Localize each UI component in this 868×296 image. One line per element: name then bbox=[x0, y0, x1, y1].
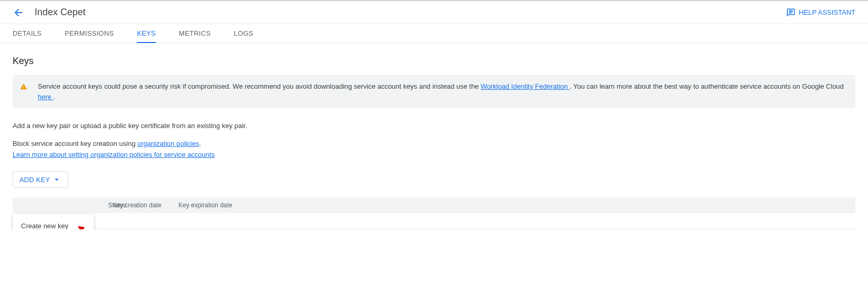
desc-text: Add a new key pair or upload a public ke… bbox=[13, 121, 855, 131]
block-suffix: . bbox=[199, 140, 202, 147]
keys-table-header: Status Key creation date Key expiration … bbox=[13, 197, 855, 213]
header-bar: Index Cepet HELP ASSISTANT bbox=[0, 1, 868, 24]
add-key-dropdown: Create new key Upload existing key bbox=[13, 214, 94, 229]
chat-icon bbox=[786, 8, 796, 17]
tab-metrics[interactable]: METRICS bbox=[179, 24, 211, 43]
warning-text-2: . You can learn more about the best way … bbox=[569, 82, 844, 90]
help-assistant-button[interactable]: HELP ASSISTANT bbox=[786, 8, 855, 17]
tab-permissions[interactable]: PERMISSIONS bbox=[65, 24, 114, 43]
col-expires: Key expiration date bbox=[178, 202, 268, 209]
add-key-button[interactable]: ADD KEY bbox=[13, 171, 68, 188]
col-status: Status bbox=[18, 202, 112, 209]
tab-logs[interactable]: LOGS bbox=[234, 24, 253, 43]
menu-create-new-key[interactable]: Create new key bbox=[13, 218, 94, 229]
link-workload-identity[interactable]: Workload Identity Federation bbox=[481, 82, 570, 90]
tab-keys[interactable]: KEYS bbox=[137, 24, 156, 43]
chevron-down-icon bbox=[52, 175, 61, 184]
content-area: Keys Service account keys could pose a s… bbox=[0, 43, 868, 229]
warning-text-3: . bbox=[54, 93, 56, 101]
warning-text-1: Service account keys could pose a securi… bbox=[38, 82, 481, 90]
add-key-label: ADD KEY bbox=[19, 176, 50, 184]
block-text-line: Block service account key creation using… bbox=[13, 139, 855, 149]
tab-details[interactable]: DETAILS bbox=[13, 24, 41, 43]
page-title: Index Cepet bbox=[35, 7, 86, 18]
warning-text: Service account keys could pose a securi… bbox=[38, 81, 848, 102]
col-created: Key creation date bbox=[112, 202, 178, 209]
link-learn-more-org-policies[interactable]: Learn more about setting organization po… bbox=[13, 151, 855, 158]
link-org-policies[interactable]: organization policies bbox=[137, 140, 199, 147]
table-divider bbox=[13, 229, 855, 229]
tabs-bar: DETAILS PERMISSIONS KEYS METRICS LOGS bbox=[0, 24, 868, 43]
warning-icon bbox=[20, 83, 27, 93]
warning-box: Service account keys could pose a securi… bbox=[13, 75, 855, 108]
help-assistant-label: HELP ASSISTANT bbox=[799, 8, 855, 16]
back-arrow-icon[interactable] bbox=[13, 7, 24, 18]
section-heading-keys: Keys bbox=[13, 56, 855, 67]
block-text: Block service account key creation using bbox=[13, 140, 137, 147]
link-here[interactable]: here bbox=[38, 93, 54, 101]
